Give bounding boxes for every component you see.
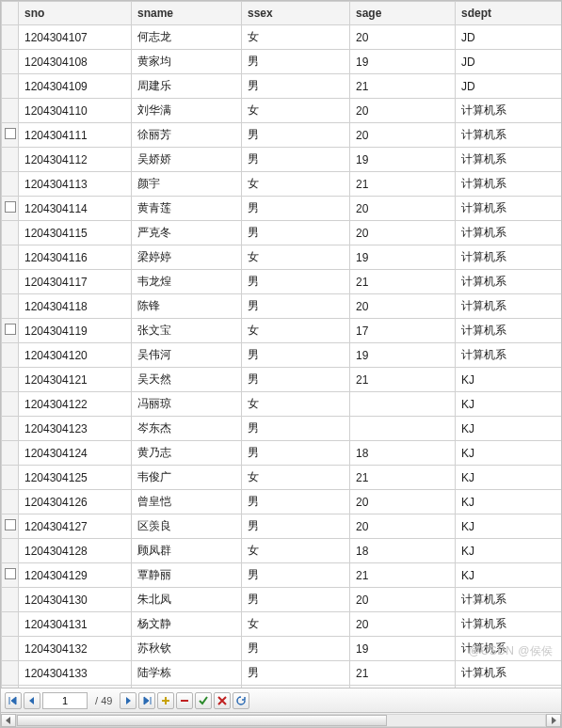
- cell-sno[interactable]: 1204304107: [19, 25, 132, 50]
- cell-ssex[interactable]: 女: [242, 466, 350, 490]
- cell-sage[interactable]: 21: [350, 368, 456, 392]
- cell-sage[interactable]: 20: [350, 686, 456, 688]
- cell-sdept[interactable]: JD: [456, 74, 562, 99]
- cell-sage[interactable]: 19: [350, 637, 456, 661]
- cell-ssex[interactable]: 男: [242, 588, 350, 612]
- cell-sname[interactable]: 刘华满: [132, 99, 242, 123]
- cell-sdept[interactable]: 计算机系: [456, 245, 562, 270]
- row-handle[interactable]: [2, 490, 19, 514]
- row-handle[interactable]: [2, 245, 19, 270]
- cell-ssex[interactable]: 女: [242, 172, 350, 197]
- cell-sno[interactable]: 1204304121: [19, 368, 132, 392]
- row-handle[interactable]: [2, 539, 19, 563]
- table-row[interactable]: 1204304132苏秋钦男19计算机系: [2, 637, 562, 661]
- cell-sdept[interactable]: 计算机系: [456, 172, 562, 197]
- table-row[interactable]: 1204304111徐丽芳男20计算机系: [2, 123, 562, 148]
- cell-sno[interactable]: 1204304134: [19, 686, 132, 688]
- scroll-thumb[interactable]: [17, 715, 387, 726]
- cell-ssex[interactable]: 男: [242, 514, 350, 539]
- row-handle[interactable]: [2, 148, 19, 172]
- cell-sage[interactable]: 21: [350, 661, 456, 686]
- cell-sdept[interactable]: JD: [456, 50, 562, 74]
- cell-sno[interactable]: 1204304116: [19, 245, 132, 270]
- col-sname[interactable]: sname: [132, 2, 242, 25]
- cell-sage[interactable]: 20: [350, 612, 456, 637]
- table-row[interactable]: 1204304119张文宝女17计算机系: [2, 319, 562, 343]
- cell-sname[interactable]: 严克冬: [132, 221, 242, 245]
- row-handle[interactable]: [2, 368, 19, 392]
- nav-last-button[interactable]: [138, 692, 155, 709]
- row-handle[interactable]: [2, 123, 19, 148]
- cell-sno[interactable]: 1204304128: [19, 539, 132, 563]
- cell-sage[interactable]: 19: [350, 148, 456, 172]
- row-handle[interactable]: [2, 197, 19, 221]
- table-row[interactable]: 1204304117韦龙煌男21计算机系: [2, 270, 562, 294]
- cell-sage[interactable]: 20: [350, 25, 456, 50]
- row-handle[interactable]: [2, 588, 19, 612]
- table-row[interactable]: 1204304107何志龙女20JD: [2, 25, 562, 50]
- cell-sdept[interactable]: 计算机系: [456, 148, 562, 172]
- cell-sage[interactable]: 20: [350, 221, 456, 245]
- cell-sdept[interactable]: KJ: [456, 490, 562, 514]
- nav-refresh-button[interactable]: [233, 692, 249, 709]
- cell-ssex[interactable]: 女: [242, 686, 350, 688]
- cell-sname[interactable]: 曾皇恺: [132, 490, 242, 514]
- cell-ssex[interactable]: 男: [242, 661, 350, 686]
- table-row[interactable]: 1204304127区羡良男20KJ: [2, 514, 562, 539]
- nav-delete-button[interactable]: [176, 692, 193, 709]
- cell-sdept[interactable]: KJ: [456, 466, 562, 490]
- cell-sno[interactable]: 1204304130: [19, 588, 132, 612]
- col-sno[interactable]: sno: [19, 2, 132, 25]
- table-row[interactable]: 1204304125韦俊广女21KJ: [2, 466, 562, 490]
- cell-sno[interactable]: 1204304111: [19, 123, 132, 148]
- cell-sdept[interactable]: KJ: [456, 417, 562, 441]
- cell-sage[interactable]: 20: [350, 197, 456, 221]
- cell-sname[interactable]: 杨文静: [132, 612, 242, 637]
- cell-sno[interactable]: 1204304115: [19, 221, 132, 245]
- cell-ssex[interactable]: 男: [242, 417, 350, 441]
- row-handle[interactable]: [2, 563, 19, 588]
- row-handle[interactable]: [2, 343, 19, 368]
- cell-sname[interactable]: 周建乐: [132, 74, 242, 99]
- cell-sno[interactable]: 1204304123: [19, 417, 132, 441]
- data-grid[interactable]: sno sname ssex sage sdept 1204304107何志龙女…: [1, 1, 561, 688]
- cell-sage[interactable]: 20: [350, 588, 456, 612]
- row-handle[interactable]: [2, 221, 19, 245]
- cell-sname[interactable]: 陆学栋: [132, 661, 242, 686]
- nav-first-button[interactable]: [5, 692, 22, 709]
- nav-next-button[interactable]: [120, 692, 136, 709]
- table-row[interactable]: 1204304115严克冬男20计算机系: [2, 221, 562, 245]
- cell-ssex[interactable]: 男: [242, 490, 350, 514]
- table-row[interactable]: 1204304118陈锋男20计算机系: [2, 294, 562, 319]
- cell-sdept[interactable]: 计算机系: [456, 123, 562, 148]
- table-row[interactable]: 1204304130朱北凤男20计算机系: [2, 588, 562, 612]
- cell-sage[interactable]: 21: [350, 172, 456, 197]
- cell-sno[interactable]: 1204304120: [19, 343, 132, 368]
- cell-sno[interactable]: 1204304133: [19, 661, 132, 686]
- cell-sage[interactable]: 21: [350, 563, 456, 588]
- cell-ssex[interactable]: 男: [242, 563, 350, 588]
- table-row[interactable]: 1204304114黄青莲男20计算机系: [2, 197, 562, 221]
- cell-sno[interactable]: 1204304132: [19, 637, 132, 661]
- cell-sdept[interactable]: 计算机系: [456, 588, 562, 612]
- cell-sno[interactable]: 1204304110: [19, 99, 132, 123]
- row-handle[interactable]: [2, 50, 19, 74]
- cell-sname[interactable]: 黄家均: [132, 50, 242, 74]
- table-row[interactable]: 1204304121吴天然男21KJ: [2, 368, 562, 392]
- table-row[interactable]: 1204304110刘华满女20计算机系: [2, 99, 562, 123]
- cell-ssex[interactable]: 男: [242, 441, 350, 466]
- cell-sname[interactable]: 韦龙煌: [132, 270, 242, 294]
- row-handle[interactable]: [2, 270, 19, 294]
- cell-sno[interactable]: 1204304124: [19, 441, 132, 466]
- table-row[interactable]: 1204304120吴伟河男19计算机系: [2, 343, 562, 368]
- cell-sage[interactable]: 17: [350, 319, 456, 343]
- scroll-track[interactable]: [16, 714, 546, 727]
- cell-ssex[interactable]: 男: [242, 197, 350, 221]
- cell-sage[interactable]: 20: [350, 123, 456, 148]
- cell-sdept[interactable]: KJ: [456, 539, 562, 563]
- cell-ssex[interactable]: 男: [242, 50, 350, 74]
- cell-sdept[interactable]: 计算机系: [456, 221, 562, 245]
- cell-sage[interactable]: 20: [350, 514, 456, 539]
- cell-sdept[interactable]: 计算机系: [456, 197, 562, 221]
- cell-sage[interactable]: [350, 392, 456, 417]
